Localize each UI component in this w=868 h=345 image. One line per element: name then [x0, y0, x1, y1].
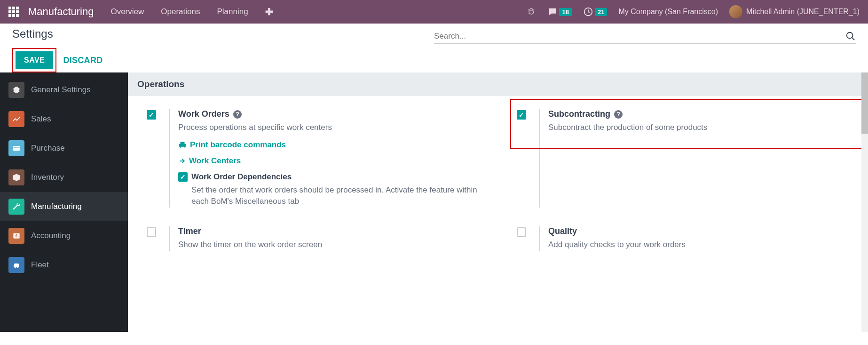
- debug-icon[interactable]: [527, 7, 536, 16]
- svg-point-1: [847, 32, 853, 39]
- sidebar-item-label: Accounting: [31, 231, 71, 241]
- sidebar-item-label: Inventory: [31, 173, 64, 182]
- help-icon[interactable]: ?: [233, 110, 242, 119]
- sidebar-item-sales[interactable]: Sales: [0, 104, 128, 134]
- search-input[interactable]: [434, 32, 845, 41]
- sidebar-item-label: Manufacturing: [31, 202, 82, 211]
- checkbox-timer[interactable]: [147, 227, 156, 237]
- money-icon: $: [8, 228, 24, 244]
- wrench-icon: [8, 199, 24, 215]
- search-icon[interactable]: [845, 31, 856, 41]
- discard-button[interactable]: DISCARD: [63, 56, 103, 65]
- sidebar-item-general[interactable]: General Settings: [0, 75, 128, 104]
- checkbox-work-orders[interactable]: [147, 110, 156, 120]
- setting-timer: Timer Show the timer on the work order s…: [128, 226, 498, 270]
- scrollbar-thumb[interactable]: [861, 72, 868, 134]
- sub-opt-desc: Set the order that work orders should be…: [191, 185, 490, 208]
- avatar-icon: [729, 5, 742, 18]
- messages-badge: 18: [559, 8, 571, 16]
- checkbox-work-order-deps[interactable]: [178, 172, 188, 182]
- topbar: Manufacturing Overview Operations Planni…: [0, 0, 868, 24]
- car-icon: [8, 257, 24, 273]
- link-print-barcode[interactable]: Print barcode commands: [178, 140, 490, 150]
- sidebar-item-label: General Settings: [31, 85, 91, 95]
- subheader: Settings SAVE DISCARD: [0, 24, 868, 72]
- sidebar-item-accounting[interactable]: $ Accounting: [0, 221, 128, 250]
- sidebar-item-label: Purchase: [31, 144, 65, 153]
- apps-grid-icon[interactable]: [8, 7, 19, 17]
- printer-icon: [178, 141, 187, 149]
- body: General Settings Sales Purchase Inventor…: [0, 72, 868, 332]
- setting-desc: Subcontract the production of some produ…: [548, 122, 860, 134]
- setting-title: Timer: [178, 226, 201, 236]
- setting-title: Quality: [548, 226, 577, 236]
- save-highlight: SAVE: [12, 48, 56, 72]
- nav-add-icon[interactable]: ✚: [265, 6, 273, 17]
- scrollbar-track[interactable]: [861, 72, 868, 332]
- chart-icon: [8, 111, 24, 127]
- checkbox-subcontracting[interactable]: [517, 110, 526, 120]
- nav-operations[interactable]: Operations: [161, 7, 200, 16]
- setting-quality: Quality Add quality checks to your work …: [498, 226, 868, 270]
- help-icon[interactable]: ?: [614, 110, 623, 119]
- company-switcher[interactable]: My Company (San Francisco): [618, 8, 718, 16]
- svg-text:$: $: [16, 233, 18, 238]
- section-operations-title: Operations: [128, 72, 868, 96]
- activities-icon[interactable]: 21: [583, 7, 607, 17]
- setting-desc: Add quality checks to your work orders: [548, 239, 860, 251]
- arrow-right-icon: [178, 157, 186, 165]
- setting-subcontracting: Subcontracting ? Subcontract the product…: [498, 109, 868, 226]
- sidebar-item-inventory[interactable]: Inventory: [0, 163, 128, 192]
- gear-icon: [8, 82, 24, 98]
- nav-planning[interactable]: Planning: [217, 7, 248, 16]
- settings-sidebar: General Settings Sales Purchase Inventor…: [0, 72, 128, 332]
- setting-title: Subcontracting: [548, 109, 610, 119]
- user-menu[interactable]: Mitchell Admin (JUNE_ENTER_1): [729, 5, 860, 18]
- content-area: Operations Work Orders ? Process operati…: [128, 72, 868, 332]
- link-work-centers[interactable]: Work Centers: [178, 156, 490, 166]
- setting-title: Work Orders: [178, 109, 229, 119]
- save-button[interactable]: SAVE: [16, 51, 53, 69]
- svg-rect-3: [13, 147, 20, 148]
- setting-desc: Process operations at specific work cent…: [178, 122, 490, 134]
- sidebar-item-label: Sales: [31, 114, 51, 124]
- sidebar-item-label: Fleet: [31, 260, 49, 270]
- page-title: Settings: [12, 27, 434, 40]
- setting-work-orders: Work Orders ? Process operations at spec…: [128, 109, 498, 226]
- card-icon: [8, 140, 24, 156]
- sidebar-item-purchase[interactable]: Purchase: [0, 134, 128, 163]
- box-icon: [8, 169, 24, 185]
- sidebar-item-fleet[interactable]: Fleet: [0, 250, 128, 280]
- sidebar-item-manufacturing[interactable]: Manufacturing: [0, 192, 128, 221]
- search-bar: [434, 31, 856, 44]
- nav-overview[interactable]: Overview: [110, 7, 144, 16]
- activities-badge: 21: [595, 8, 607, 16]
- messages-icon[interactable]: 18: [547, 7, 571, 17]
- checkbox-quality[interactable]: [517, 227, 526, 237]
- setting-desc: Show the timer on the work order screen: [178, 239, 490, 251]
- user-name: Mitchell Admin (JUNE_ENTER_1): [746, 8, 860, 16]
- app-brand[interactable]: Manufacturing: [28, 6, 94, 18]
- sub-opt-title: Work Order Dependencies: [191, 172, 490, 182]
